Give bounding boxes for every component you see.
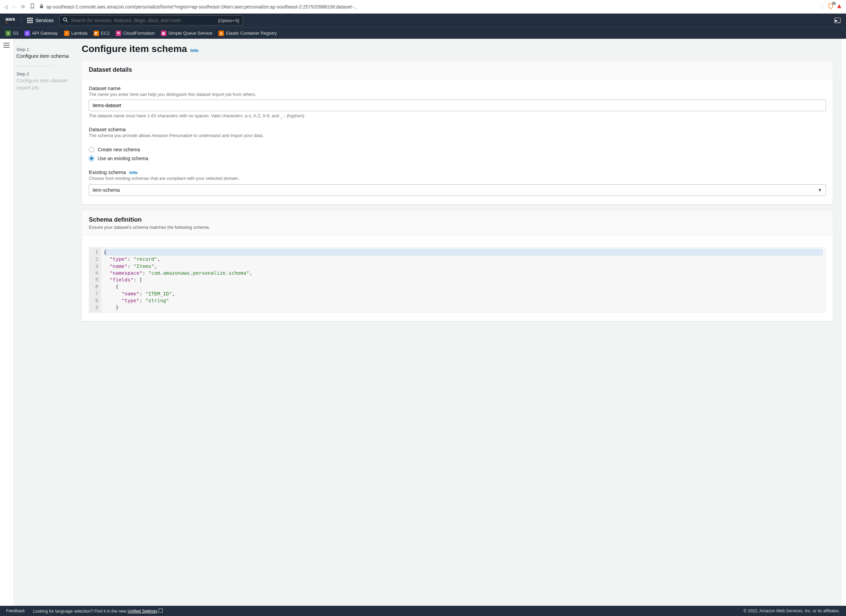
ecr-icon: ◎ <box>218 31 224 36</box>
right-panel-edge <box>841 39 846 606</box>
svg-point-1 <box>63 18 66 21</box>
dataset-details-panel: Dataset details Dataset name The name yo… <box>82 60 833 204</box>
page-title: Configure item schema <box>82 44 187 54</box>
reload-icon[interactable]: ⟳ <box>21 4 25 10</box>
browser-toolbar: ◁ ▷ ⟳ ap-southeast-2.console.aws.amazon.… <box>0 0 846 13</box>
global-search[interactable]: [Option+S] <box>59 15 243 25</box>
services-label: Services <box>35 18 54 23</box>
svc-s3[interactable]: SS3 <box>6 31 18 36</box>
code-body: { "type": "record", "name": "Items", "na… <box>101 248 825 312</box>
dataset-details-heading: Dataset details <box>89 66 826 73</box>
chevron-down-icon: ▼ <box>817 187 822 193</box>
existing-schema-label: Existing schema <box>89 169 126 175</box>
schema-definition-sub: Ensure your dataset's schema matches the… <box>89 225 826 230</box>
radio-icon <box>89 156 94 161</box>
svg-line-2 <box>66 21 68 22</box>
sidebar-toggle-icon[interactable] <box>3 43 10 48</box>
existing-schema-desc: Choose from existing schemas that are co… <box>89 176 826 181</box>
apigw-icon: ⟨⟩ <box>25 31 30 36</box>
dataset-schema-label: Dataset schema <box>89 126 826 132</box>
wizard-step-1[interactable]: Step 1 Configure item schema <box>16 45 74 63</box>
wizard-step-2: Step 2 Configure item dataset import job <box>16 70 74 95</box>
svg-rect-0 <box>40 6 43 8</box>
url-text: ap-southeast-2.console.aws.amazon.com/pe… <box>46 4 358 10</box>
radio-create-schema[interactable]: Create new schema <box>89 147 826 152</box>
svc-ecr[interactable]: ◎Elastic Container Registry <box>218 31 277 36</box>
schema-definition-panel: Schema definition Ensure your dataset's … <box>82 210 833 321</box>
dataset-name-constraint: The dataset name must have 1-63 characte… <box>89 113 826 118</box>
wizard-steps-sidebar: Step 1 Configure item schema Step 2 Conf… <box>13 39 74 606</box>
schema-code-editor[interactable]: ▾1 2 3 4 ▾5 ▾6 7 8 9 { "type": "record",… <box>89 247 826 313</box>
radio-icon <box>89 147 94 152</box>
separator: | <box>821 4 823 10</box>
cfn-icon: ⧉ <box>116 31 121 36</box>
cloudshell-icon[interactable]: ▶_ <box>834 18 840 23</box>
services-menu[interactable]: Services <box>27 18 54 23</box>
brave-shield-icon[interactable]: 2 <box>828 3 834 10</box>
forward-icon[interactable]: ▷ <box>13 4 16 10</box>
dataset-name-desc: The name you enter here can help you dis… <box>89 92 826 97</box>
page-info-link[interactable]: Info <box>191 48 199 53</box>
address-bar[interactable]: ap-southeast-2.console.aws.amazon.com/pe… <box>40 4 817 10</box>
s3-icon: S <box>6 31 11 36</box>
search-input[interactable] <box>71 18 215 23</box>
aws-global-header: aws⌣ | Services [Option+S] ▶_ <box>0 13 846 27</box>
extension-icons: 2 <box>828 3 842 10</box>
dataset-name-label: Dataset name <box>89 85 826 91</box>
svc-api-gateway[interactable]: ⟨⟩API Gateway <box>25 31 58 36</box>
lambda-icon: λ <box>64 31 69 36</box>
aws-logo[interactable]: aws⌣ <box>6 17 15 25</box>
svc-ec2[interactable]: ◩EC2 <box>94 31 110 36</box>
grid-icon <box>27 18 33 23</box>
existing-schema-info-link[interactable]: Info <box>129 170 137 175</box>
bookmark-icon[interactable] <box>30 3 35 10</box>
service-favorites-bar: SS3 ⟨⟩API Gateway λLambda ◩EC2 ⧉CloudFor… <box>0 27 846 39</box>
step-divider <box>16 66 54 66</box>
code-gutter: ▾1 2 3 4 ▾5 ▾6 7 8 9 <box>89 248 101 312</box>
dataset-name-input[interactable] <box>89 100 826 111</box>
svc-lambda[interactable]: λLambda <box>64 31 87 36</box>
radio-existing-schema[interactable]: Use an existing schema <box>89 156 826 161</box>
existing-schema-value: item-schema <box>93 187 120 193</box>
schema-definition-heading: Schema definition <box>89 216 826 223</box>
svc-cloudformation[interactable]: ⧉CloudFormation <box>116 31 155 36</box>
triangle-icon[interactable] <box>836 3 842 10</box>
existing-schema-select[interactable]: item-schema ▼ <box>89 184 826 196</box>
main-content: Configure item schema Info Dataset detai… <box>74 39 841 606</box>
lock-icon <box>40 4 44 10</box>
sqs-icon: ▤ <box>161 31 166 36</box>
back-icon[interactable]: ◁ <box>4 4 8 10</box>
svc-sqs[interactable]: ▤Simple Queue Service <box>161 31 212 36</box>
ec2-icon: ◩ <box>94 31 99 36</box>
search-shortcut: [Option+S] <box>218 18 239 23</box>
dataset-schema-desc: The schema you provide allows Amazon Per… <box>89 133 826 138</box>
search-icon <box>63 17 68 23</box>
